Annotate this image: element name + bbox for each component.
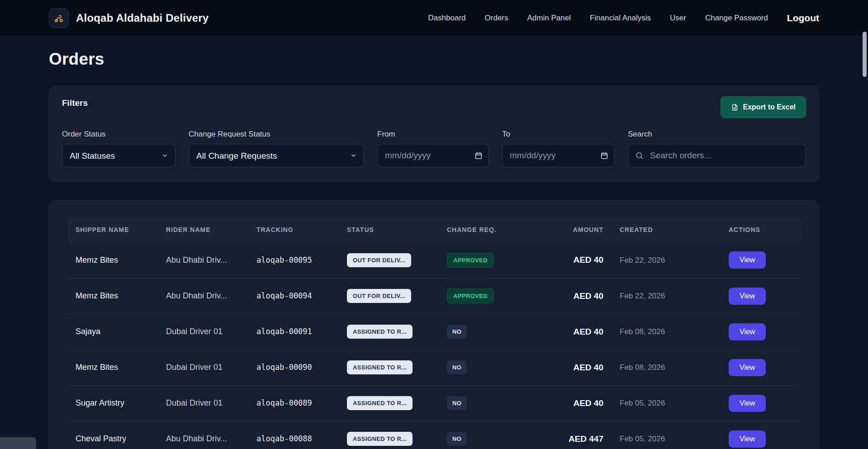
search-label: Search <box>628 130 806 139</box>
change-request-status-field: Change Request Status All Change Request… <box>189 130 364 167</box>
status-badge: ASSIGNED TO R... <box>347 432 413 446</box>
order-status-select[interactable]: All Statuses <box>62 144 175 167</box>
tracking-code: aloqab-00094 <box>256 291 312 300</box>
order-amount: AED 40 <box>573 363 603 372</box>
main-content: Orders Filters Export to Excel Order Sta… <box>0 50 868 449</box>
column-header-status: Status <box>339 217 439 242</box>
top-nav: Aloqab Aldahabi Delivery DashboardOrders… <box>0 0 868 36</box>
filters-card: Filters Export to Excel Order Status All <box>49 86 819 182</box>
view-button[interactable]: View <box>729 323 766 340</box>
rider-name: Abu Dhabi Driv... <box>166 255 227 265</box>
tracking-code: aloqab-00095 <box>256 255 312 265</box>
rider-name: Dubai Driver 01 <box>166 327 223 336</box>
order-amount: AED 40 <box>573 327 603 336</box>
table-header-row: Shipper NameRider NameTrackingStatusChan… <box>67 217 802 242</box>
change-request-status-select[interactable]: All Change Requests <box>189 144 364 167</box>
rider-name: Abu Dhabi Driv... <box>166 434 227 443</box>
nav-item-change-password[interactable]: Change Password <box>705 14 768 23</box>
browser-status-overlay <box>0 437 36 449</box>
orders-table-card: Shipper NameRider NameTrackingStatusChan… <box>49 200 819 449</box>
shipper-name: Memz Bites <box>76 291 118 300</box>
change-req-badge: APPROVED <box>447 288 494 303</box>
rider-name: Abu Dhabi Driv... <box>166 291 227 300</box>
filters-heading: Filters <box>62 98 88 108</box>
order-amount: AED 40 <box>573 398 603 408</box>
rider-name: Dubai Driver 01 <box>166 363 223 372</box>
order-amount: AED 40 <box>573 291 603 301</box>
status-badge: OUT FOR DELIV... <box>347 253 411 267</box>
from-date-input[interactable] <box>377 144 489 167</box>
column-header-rider-name: Rider Name <box>158 217 248 242</box>
shipper-name: Memz Bites <box>76 255 118 265</box>
scooter-icon <box>53 13 64 24</box>
view-button[interactable]: View <box>729 288 766 305</box>
created-date: Feb 22, 2026 <box>620 292 665 300</box>
to-date-label: To <box>502 130 615 139</box>
brand-logo <box>49 8 69 28</box>
column-header-amount: Amount <box>535 217 612 242</box>
tracking-code: aloqab-00089 <box>256 398 312 407</box>
brand: Aloqab Aldahabi Delivery <box>49 8 209 28</box>
table-row: Sajaya Dubai Driver 01 aloqab-00091 ASSI… <box>67 314 802 350</box>
change-request-status-label: Change Request Status <box>189 130 364 139</box>
tracking-code: aloqab-00090 <box>256 363 312 372</box>
tracking-code: aloqab-00091 <box>256 327 312 336</box>
table-row: Memz Bites Dubai Driver 01 aloqab-00090 … <box>67 350 802 385</box>
nav-item-financial-analysis[interactable]: Financial Analysis <box>590 14 651 23</box>
status-badge: ASSIGNED TO R... <box>347 360 413 374</box>
nav-item-user[interactable]: User <box>670 14 686 23</box>
order-status-label: Order Status <box>62 130 175 139</box>
view-button[interactable]: View <box>729 251 766 269</box>
column-header-created: Created <box>612 217 721 242</box>
status-badge: ASSIGNED TO R... <box>347 396 413 410</box>
search-input[interactable] <box>628 144 806 167</box>
order-amount: AED 40 <box>573 255 603 265</box>
table-row: Memz Bites Abu Dhabi Driv... aloqab-0009… <box>67 242 802 278</box>
created-date: Feb 22, 2026 <box>620 256 665 265</box>
order-status-field: Order Status All Statuses <box>62 130 175 167</box>
nav-item-dashboard[interactable]: Dashboard <box>428 14 465 23</box>
change-req-badge: NO <box>447 360 467 374</box>
shipper-name: Memz Bites <box>76 363 118 372</box>
to-date-input[interactable] <box>502 144 615 167</box>
column-header-tracking: Tracking <box>248 217 339 242</box>
status-badge: OUT FOR DELIV... <box>347 289 411 303</box>
view-button[interactable]: View <box>729 430 766 448</box>
from-date-field: From <box>377 130 489 167</box>
to-date-field: To <box>502 130 615 167</box>
created-date: Feb 05, 2026 <box>620 399 665 407</box>
shipper-name: Cheval Pastry <box>76 434 126 443</box>
change-req-badge: NO <box>447 396 467 410</box>
view-button[interactable]: View <box>729 359 766 376</box>
change-req-badge: NO <box>447 325 467 339</box>
column-header-actions: Actions <box>721 217 802 242</box>
created-date: Feb 08, 2026 <box>620 363 665 372</box>
column-header-shipper-name: Shipper Name <box>67 217 158 242</box>
shipper-name: Sajaya <box>76 327 100 336</box>
file-export-icon <box>731 104 739 111</box>
search-field: Search <box>628 130 806 167</box>
created-date: Feb 08, 2026 <box>620 327 665 336</box>
orders-table: Shipper NameRider NameTrackingStatusChan… <box>67 217 802 449</box>
table-row: Cheval Pastry Abu Dhabi Driv... aloqab-0… <box>67 421 802 449</box>
brand-title: Aloqab Aldahabi Delivery <box>76 12 209 24</box>
nav-item-orders[interactable]: Orders <box>485 14 508 23</box>
from-date-label: From <box>377 130 489 139</box>
tracking-code: aloqab-00088 <box>256 434 312 443</box>
nav-item-admin-panel[interactable]: Admin Panel <box>527 14 571 23</box>
view-button[interactable]: View <box>729 395 766 412</box>
scrollbar-thumb[interactable] <box>863 32 867 77</box>
export-excel-button[interactable]: Export to Excel <box>721 96 806 118</box>
page-title: Orders <box>49 50 819 69</box>
rider-name: Dubai Driver 01 <box>166 398 223 407</box>
change-req-badge: NO <box>447 432 467 446</box>
column-header-change-req: Change Req. <box>439 217 535 242</box>
order-amount: AED 447 <box>569 434 603 444</box>
table-row: Memz Bites Abu Dhabi Driv... aloqab-0009… <box>67 278 802 314</box>
orders-tbody: Memz Bites Abu Dhabi Driv... aloqab-0009… <box>67 242 802 449</box>
table-row: Sugar Artistry Dubai Driver 01 aloqab-00… <box>67 385 802 421</box>
change-req-badge: APPROVED <box>447 253 494 268</box>
export-label: Export to Excel <box>743 103 796 111</box>
shipper-name: Sugar Artistry <box>76 398 124 407</box>
logout-button[interactable]: Logout <box>787 13 819 24</box>
